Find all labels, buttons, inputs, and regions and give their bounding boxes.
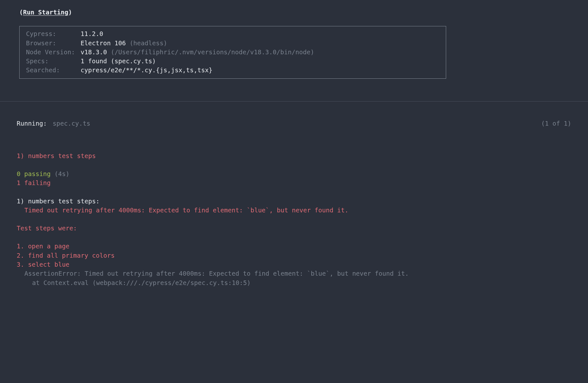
paren-open: ( (19, 9, 23, 16)
terminal-output: (Run Starting) Cypress: 11.2.0 Browser: … (0, 8, 588, 288)
test-name-line: 1) numbers test steps (17, 152, 571, 161)
running-spec: spec.cy.ts (53, 120, 90, 127)
run-info-box: Cypress: 11.2.0 Browser: Electron 106 (h… (19, 26, 446, 78)
browser-value: Electron 106 (81, 40, 130, 47)
info-row-browser: Browser: Electron 106 (headless) (26, 39, 439, 48)
node-extra: (/Users/filiphric/.nvm/versions/node/v18… (111, 49, 314, 56)
test-steps-label: Test steps were: (17, 224, 571, 233)
failure-message: Timed out retrying after 4000ms: Expecte… (17, 206, 571, 215)
paren-close: ) (68, 9, 72, 16)
cypress-value: 11.2.0 (81, 30, 103, 38)
running-line: Running:spec.cy.ts (1 of 1) (17, 119, 571, 128)
node-label: Node Version: (26, 48, 81, 57)
stack-trace: at Context.eval (webpack:///./cypress/e2… (17, 279, 571, 288)
cypress-label: Cypress: (26, 30, 81, 39)
browser-label: Browser: (26, 39, 81, 48)
searched-value: cypress/e2e/**/*.cy.{js,jsx,ts,tsx} (81, 67, 212, 74)
passing-count: 0 (17, 170, 21, 178)
test-step-1: 1. open a page (17, 242, 571, 251)
assertion-error: AssertionError: Timed out retrying after… (17, 269, 571, 278)
run-starting-title: Run Starting (23, 9, 68, 16)
node-value: v18.3.0 (81, 49, 111, 56)
info-row-specs: Specs: 1 found (spec.cy.ts) (26, 57, 439, 66)
searched-label: Searched: (26, 66, 81, 75)
running-count: (1 of 1) (541, 119, 571, 128)
passing-time: (4s) (54, 170, 69, 178)
specs-label: Specs: (26, 57, 81, 66)
test-results: 1) numbers test steps 0 passing (4s) 1 f… (17, 152, 571, 288)
failure-title: 1) numbers test steps: (17, 197, 571, 206)
passing-line: 0 passing (4s) (17, 170, 571, 179)
run-starting-header: (Run Starting) (17, 8, 571, 17)
specs-value: 1 found (spec.cy.ts) (81, 58, 156, 65)
passing-label: passing (21, 170, 55, 178)
info-row-cypress: Cypress: 11.2.0 (26, 30, 439, 39)
failing-line: 1 failing (17, 179, 571, 188)
test-step-2: 2. find all primary colors (17, 251, 571, 260)
running-label: Running: (17, 120, 47, 127)
browser-extra: (headless) (130, 40, 167, 47)
test-step-3: 3. select blue (17, 260, 571, 269)
info-row-node: Node Version: v18.3.0 (/Users/filiphric/… (26, 48, 439, 57)
info-row-searched: Searched: cypress/e2e/**/*.cy.{js,jsx,ts… (26, 66, 439, 75)
section-divider (0, 101, 588, 102)
